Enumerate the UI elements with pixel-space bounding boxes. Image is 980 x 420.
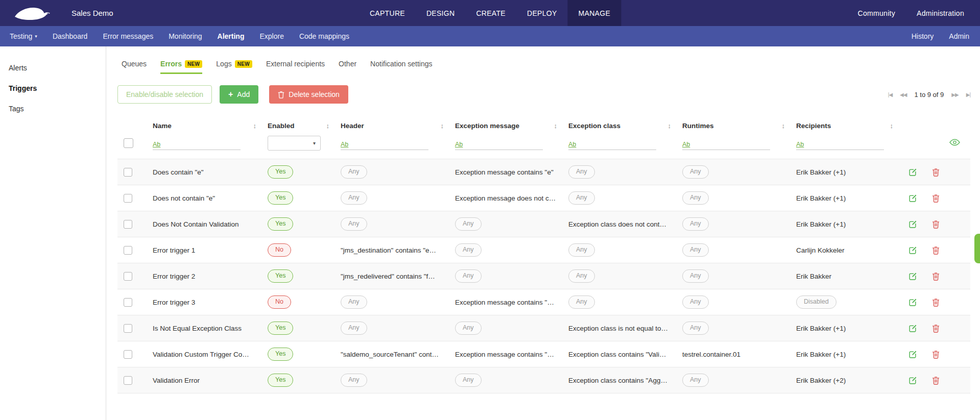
any-pill: Any	[682, 374, 709, 387]
prev-page-button[interactable]: ◀◀	[900, 92, 906, 97]
filter-mode-link[interactable]: Ab	[153, 141, 160, 150]
delete-icon[interactable]	[932, 298, 940, 307]
any-pill: Any	[341, 374, 367, 387]
enabled-pill: Yes	[268, 322, 293, 335]
top-menu-create[interactable]: CREATE	[465, 0, 516, 26]
row-checkbox[interactable]	[124, 298, 132, 307]
sort-icon[interactable]: ↕	[554, 122, 558, 130]
delete-icon[interactable]	[932, 272, 940, 281]
edit-icon[interactable]	[909, 324, 917, 333]
edit-icon[interactable]	[909, 350, 917, 359]
filter-mode-link[interactable]: Ab	[341, 141, 348, 150]
delete-icon[interactable]	[932, 194, 940, 203]
top-menu-capture[interactable]: CAPTURE	[359, 0, 416, 26]
subnav-admin[interactable]: Admin	[941, 26, 977, 46]
subnav-testing[interactable]: Testing▾	[2, 26, 45, 46]
topbar: Sales Demo CAPTUREDESIGNCREATEDEPLOYMANA…	[0, 0, 980, 26]
subnav-left: Testing▾DashboardError messagesMonitorin…	[0, 26, 357, 46]
subnav: Testing▾DashboardError messagesMonitorin…	[0, 26, 980, 46]
sidebar-item-alerts[interactable]: Alerts	[0, 58, 106, 78]
edit-icon[interactable]	[909, 194, 917, 203]
sidebar-item-tags[interactable]: Tags	[0, 98, 106, 119]
cell-header: Any	[336, 159, 450, 185]
top-menu-community[interactable]: Community	[847, 0, 906, 26]
subnav-alerting[interactable]: Alerting	[210, 26, 252, 46]
edit-icon[interactable]	[909, 168, 917, 177]
row-checkbox[interactable]	[124, 220, 132, 229]
filter-mode-link[interactable]: Ab	[682, 141, 690, 150]
top-menu-manage[interactable]: MANAGE	[568, 0, 621, 26]
row-checkbox[interactable]	[124, 376, 132, 385]
subnav-code-mappings[interactable]: Code mappings	[292, 26, 357, 46]
delete-icon[interactable]	[932, 246, 940, 255]
delete-icon[interactable]	[932, 168, 940, 177]
filter-input-exception-message[interactable]	[466, 141, 543, 150]
filter-mode-link[interactable]: Ab	[455, 141, 463, 150]
main-content: QueuesErrorsNEWLogsNEWExternal recipient…	[106, 46, 980, 420]
add-button[interactable]: + Add	[220, 85, 258, 104]
edit-icon[interactable]	[909, 298, 917, 307]
delete-icon[interactable]	[932, 220, 940, 229]
filter-input-header[interactable]	[352, 141, 428, 150]
row-checkbox[interactable]	[124, 168, 132, 177]
filter-input-runtimes[interactable]	[694, 141, 770, 150]
edit-icon[interactable]	[909, 376, 917, 385]
filter-input-recipients[interactable]	[807, 141, 884, 150]
filter-input-exception-class[interactable]	[580, 141, 656, 150]
sort-icon[interactable]: ↕	[326, 122, 330, 130]
tab-label: Errors	[160, 60, 182, 68]
subnav-explore[interactable]: Explore	[252, 26, 291, 46]
filter-input-name[interactable]	[164, 141, 241, 150]
row-checkbox[interactable]	[124, 350, 132, 359]
sort-icon[interactable]: ↕	[253, 122, 257, 130]
subnav-error-messages[interactable]: Error messages	[95, 26, 161, 46]
top-menu-design[interactable]: DESIGN	[416, 0, 465, 26]
subnav-history[interactable]: History	[904, 26, 942, 46]
sidebar-item-triggers[interactable]: Triggers	[0, 78, 106, 98]
row-checkbox[interactable]	[124, 324, 132, 333]
delete-icon[interactable]	[932, 376, 940, 385]
cell-recipients: Erik Bakker	[791, 263, 899, 289]
first-page-button[interactable]: |◀	[888, 92, 892, 97]
edit-icon[interactable]	[909, 272, 917, 281]
subnav-right: HistoryAdmin	[904, 26, 980, 46]
top-menu-deploy[interactable]: DEPLOY	[516, 0, 568, 26]
sort-icon[interactable]: ↕	[668, 122, 672, 130]
top-menu-administration[interactable]: Administration	[906, 0, 975, 26]
brand-logo[interactable]	[11, 3, 54, 23]
row-checkbox[interactable]	[124, 194, 132, 203]
tab-logs[interactable]: LogsNEW	[216, 60, 252, 74]
cell-runtimes: Any	[677, 237, 791, 263]
enabled-pill: Yes	[268, 191, 293, 205]
delete-icon[interactable]	[932, 324, 940, 333]
tab-errors[interactable]: ErrorsNEW	[160, 60, 202, 74]
enable-disable-selection-button[interactable]: Enable/disable selection	[117, 85, 212, 104]
column-visibility-eye-icon[interactable]	[949, 139, 960, 146]
edge-scroll-handle[interactable]	[974, 234, 980, 263]
enabled-filter-select[interactable]: ▾	[268, 136, 321, 151]
tab-queues[interactable]: Queues	[122, 60, 147, 74]
next-page-button[interactable]: ▶▶	[951, 92, 958, 97]
filter-mode-link[interactable]: Ab	[568, 141, 576, 150]
select-all-checkbox[interactable]	[124, 138, 133, 148]
subnav-dashboard[interactable]: Dashboard	[45, 26, 95, 46]
subnav-label: Code mappings	[299, 32, 349, 40]
trash-icon	[278, 91, 284, 98]
sort-icon[interactable]: ↕	[441, 122, 444, 130]
delete-selection-button[interactable]: Delete selection	[269, 85, 348, 104]
any-pill: Any	[341, 295, 367, 309]
sort-icon[interactable]: ↕	[890, 122, 894, 130]
tab-external-recipients[interactable]: External recipients	[266, 60, 325, 74]
row-checkbox[interactable]	[124, 246, 132, 255]
row-checkbox[interactable]	[124, 272, 132, 281]
sort-icon[interactable]: ↕	[782, 122, 785, 130]
edit-icon[interactable]	[909, 220, 917, 229]
subnav-label: Testing	[10, 32, 32, 40]
subnav-monitoring[interactable]: Monitoring	[161, 26, 209, 46]
delete-icon[interactable]	[932, 350, 940, 359]
tab-notification-settings[interactable]: Notification settings	[370, 60, 432, 74]
edit-icon[interactable]	[909, 246, 917, 255]
filter-mode-link[interactable]: Ab	[796, 141, 804, 150]
last-page-button[interactable]: ▶|	[966, 92, 970, 97]
tab-other[interactable]: Other	[339, 60, 356, 74]
